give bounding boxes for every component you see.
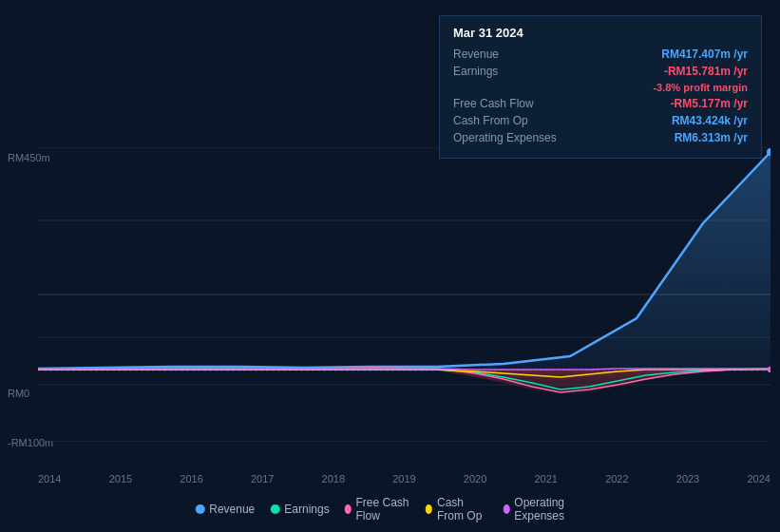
tooltip-value-revenue: RM417.407m /yr xyxy=(661,48,748,61)
legend-dot-fcf xyxy=(345,504,352,514)
y-label-mid: RM0 xyxy=(8,388,29,399)
legend: Revenue Earnings Free Cash Flow Cash Fro… xyxy=(195,496,585,522)
chart-svg xyxy=(38,147,770,442)
legend-label-opex: Operating Expenses xyxy=(514,496,584,522)
legend-dot-cashop xyxy=(426,504,432,514)
x-label-2014: 2014 xyxy=(38,473,61,484)
tooltip-row-revenue: Revenue RM417.407m /yr xyxy=(453,48,748,61)
x-label-2015: 2015 xyxy=(109,473,132,484)
tooltip-title: Mar 31 2024 xyxy=(453,26,748,40)
x-axis: 2014 2015 2016 2017 2018 2019 2020 2021 … xyxy=(38,473,770,484)
tooltip-row-earnings: Earnings -RM15.781m /yr xyxy=(453,65,748,78)
x-label-2020: 2020 xyxy=(464,473,486,484)
tooltip-value-earnings: -RM15.781m /yr xyxy=(664,65,748,78)
legend-dot-earnings xyxy=(270,504,279,514)
tooltip-label-fcf: Free Cash Flow xyxy=(453,97,567,110)
tooltip-value-cashop: RM43.424k /yr xyxy=(672,114,748,127)
legend-label-fcf: Free Cash Flow xyxy=(355,496,410,522)
tooltip-label-cashop: Cash From Op xyxy=(453,114,567,127)
legend-item-earnings: Earnings xyxy=(270,503,329,516)
x-label-2024: 2024 xyxy=(747,473,770,484)
legend-label-revenue: Revenue xyxy=(209,503,255,516)
tooltip-row-margin: -3.8% profit margin xyxy=(453,82,748,93)
tooltip: Mar 31 2024 Revenue RM417.407m /yr Earni… xyxy=(439,15,762,159)
legend-item-opex: Operating Expenses xyxy=(503,496,584,522)
x-label-2021: 2021 xyxy=(534,473,557,484)
legend-dot-opex xyxy=(503,504,509,514)
chart-container: Mar 31 2024 Revenue RM417.407m /yr Earni… xyxy=(0,0,780,532)
tooltip-label-opex: Operating Expenses xyxy=(453,131,567,144)
legend-item-cashop: Cash From Op xyxy=(426,496,487,522)
legend-label-cashop: Cash From Op xyxy=(437,496,488,522)
x-label-2019: 2019 xyxy=(392,473,415,484)
tooltip-row-cashop: Cash From Op RM43.424k /yr xyxy=(453,114,748,127)
x-label-2018: 2018 xyxy=(322,473,345,484)
legend-item-fcf: Free Cash Flow xyxy=(345,496,411,522)
legend-item-revenue: Revenue xyxy=(195,503,255,516)
tooltip-row-opex: Operating Expenses RM6.313m /yr xyxy=(453,131,748,144)
x-label-2016: 2016 xyxy=(180,473,202,484)
x-label-2017: 2017 xyxy=(251,473,274,484)
tooltip-label-revenue: Revenue xyxy=(453,48,567,61)
legend-dot-revenue xyxy=(195,504,204,514)
tooltip-value-margin: -3.8% profit margin xyxy=(653,82,748,93)
tooltip-row-fcf: Free Cash Flow -RM5.177m /yr xyxy=(453,97,748,110)
tooltip-value-opex: RM6.313m /yr xyxy=(675,131,748,144)
x-label-2023: 2023 xyxy=(676,473,699,484)
tooltip-label-earnings: Earnings xyxy=(453,65,567,78)
x-label-2022: 2022 xyxy=(605,473,628,484)
legend-label-earnings: Earnings xyxy=(284,503,329,516)
tooltip-value-fcf: -RM5.177m /yr xyxy=(671,97,748,110)
